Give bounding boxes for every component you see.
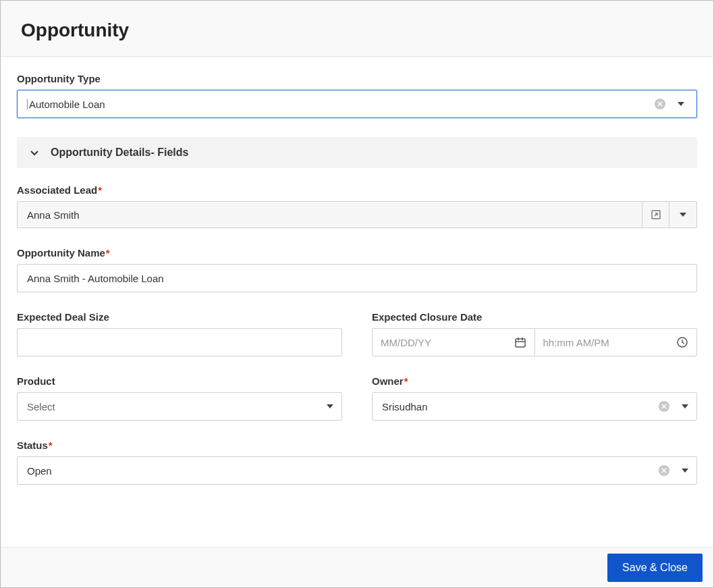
caret-down-icon	[682, 469, 688, 473]
save-and-close-button[interactable]: Save & Close	[607, 554, 703, 582]
closure-date-placeholder: MM/DD/YY	[381, 337, 514, 348]
expected-closure-field: Expected Closure Date MM/DD/YY hh:mm AM/…	[372, 311, 697, 356]
caret-down-icon[interactable]	[678, 102, 684, 106]
product-field: Product Select	[17, 375, 342, 421]
row-deal-closure: Expected Deal Size Expected Closure Date…	[17, 311, 697, 356]
associated-lead-value: Anna Smith	[18, 202, 642, 228]
opportunity-type-field: Opportunity Type Automobile Loan	[17, 73, 697, 118]
opportunity-name-field: Opportunity Name*	[17, 247, 697, 292]
associated-lead-lookup[interactable]: Anna Smith	[17, 201, 697, 228]
product-select[interactable]: Select	[17, 392, 342, 421]
status-field: Status* Open	[17, 439, 697, 485]
caret-down-icon	[682, 404, 688, 408]
closure-time-input[interactable]: hh:mm AM/PM	[534, 328, 698, 356]
chevron-down-icon	[29, 147, 40, 158]
opportunity-type-value: Automobile Loan	[27, 99, 655, 109]
product-value: Select	[27, 401, 327, 412]
owner-value: Srisudhan	[382, 401, 659, 412]
opportunity-name-input[interactable]	[17, 264, 697, 292]
status-label: Status*	[17, 439, 697, 451]
form-content: Opportunity Type Automobile Loan Opportu…	[1, 57, 713, 587]
calendar-icon[interactable]	[514, 336, 526, 348]
owner-select[interactable]: Srisudhan	[372, 392, 697, 421]
form-footer: Save & Close	[1, 547, 713, 587]
section-opportunity-details[interactable]: Opportunity Details- Fields	[17, 137, 697, 168]
required-star: *	[106, 247, 110, 259]
owner-label: Owner*	[372, 375, 697, 387]
opportunity-type-label: Opportunity Type	[17, 73, 697, 84]
clear-icon[interactable]	[655, 99, 665, 109]
clock-icon[interactable]	[676, 336, 688, 348]
opportunity-form-window: Opportunity Opportunity Type Automobile …	[0, 0, 714, 588]
opportunity-name-label: Opportunity Name*	[17, 247, 697, 259]
clear-icon[interactable]	[659, 401, 669, 412]
expected-deal-size-field: Expected Deal Size	[17, 311, 342, 356]
product-label: Product	[17, 375, 342, 387]
closure-time-placeholder: hh:mm AM/PM	[543, 337, 677, 348]
section-title: Opportunity Details- Fields	[51, 146, 188, 159]
open-record-icon[interactable]	[642, 202, 669, 228]
svg-rect-1	[516, 339, 525, 347]
associated-lead-label: Associated Lead*	[17, 184, 697, 196]
owner-field: Owner* Srisudhan	[372, 375, 697, 421]
required-star: *	[49, 439, 53, 451]
caret-down-icon	[327, 404, 333, 408]
status-value: Open	[27, 465, 659, 477]
closure-date-input[interactable]: MM/DD/YY	[372, 328, 534, 356]
expected-deal-size-label: Expected Deal Size	[17, 311, 342, 323]
status-select[interactable]: Open	[17, 456, 697, 485]
expected-closure-label: Expected Closure Date	[372, 311, 697, 323]
form-header: Opportunity	[1, 1, 713, 57]
row-product-owner: Product Select Owner* Srisudhan	[17, 375, 697, 421]
required-star: *	[98, 184, 102, 196]
required-star: *	[404, 375, 408, 387]
page-title: Opportunity	[21, 20, 693, 41]
clear-icon[interactable]	[659, 465, 669, 476]
lookup-caret[interactable]	[669, 202, 696, 228]
expected-closure-group: MM/DD/YY hh:mm AM/PM	[372, 328, 697, 356]
opportunity-type-combo[interactable]: Automobile Loan	[17, 90, 697, 118]
associated-lead-field: Associated Lead* Anna Smith	[17, 184, 697, 228]
expected-deal-size-input[interactable]	[17, 328, 342, 356]
